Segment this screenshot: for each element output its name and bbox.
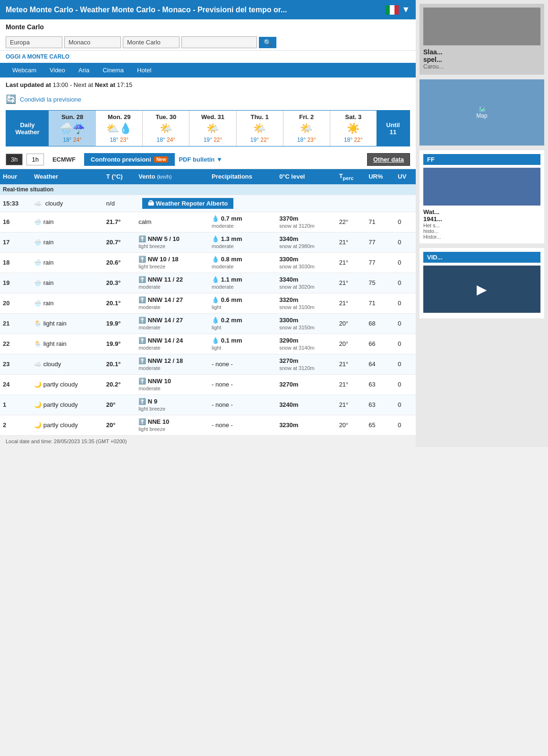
day-sun28[interactable]: Sun. 28 🌧️☔ 18° 24° bbox=[49, 111, 95, 146]
wind-compass-19: ⬆️ bbox=[138, 276, 146, 283]
wind-desc-1: light breeze bbox=[138, 406, 165, 412]
nav-hotel[interactable]: Hotel bbox=[130, 63, 158, 77]
zero-snow-20: snow at 3100m bbox=[279, 304, 315, 310]
tperc-18: 21° bbox=[336, 252, 366, 273]
ur-17: 77 bbox=[366, 232, 395, 252]
day-sun28-icon: 🌧️☔ bbox=[51, 122, 94, 135]
day-fri2[interactable]: Fri. 2 🌤️ 18° 23° bbox=[283, 111, 330, 146]
realtime-data-row: 15:33 ☁️ cloudy n/d 🏔 Weather Repoter Al… bbox=[0, 195, 416, 212]
rt-temp: n/d bbox=[103, 195, 136, 212]
uv-20: 0 bbox=[395, 293, 416, 313]
th-temp: T (°C) bbox=[103, 169, 136, 184]
hour-21: 21 bbox=[0, 313, 31, 334]
precip-18: 💧 0.8 mm moderate bbox=[209, 252, 276, 273]
table-row: 22 🌦️ light rain 19.9° ⬆️ NNW 14 / 24 mo… bbox=[0, 334, 416, 354]
wind-compass-1: ⬆️ bbox=[138, 398, 146, 405]
wind-23: ⬆️ NNW 12 / 18 moderate bbox=[136, 354, 209, 374]
wind-19: ⬆️ NNW 11 / 22 moderate bbox=[136, 273, 209, 293]
tperc-1: 21° bbox=[336, 395, 366, 415]
search-button[interactable]: 🔍 bbox=[259, 37, 276, 48]
nav-video[interactable]: Video bbox=[43, 63, 72, 77]
precip-val-19: 1.1 mm bbox=[221, 276, 242, 283]
wind-desc-20: moderate bbox=[138, 304, 160, 310]
btn-confronto[interactable]: Confronto previsioni New bbox=[84, 153, 175, 166]
btn-pdf[interactable]: PDF bulletin ▼ bbox=[179, 156, 222, 163]
day-sun28-name: Sun. 28 bbox=[51, 113, 94, 120]
day-mon29-icon: ⛅💧 bbox=[98, 122, 140, 135]
update-label: Last updated at bbox=[6, 81, 51, 88]
wind-val-18: NW 10 / 18 bbox=[148, 256, 179, 263]
flag-green bbox=[385, 5, 390, 15]
day-sat3[interactable]: Sat. 3 ☀️ 18° 22° bbox=[330, 111, 377, 146]
precip-24: - none - bbox=[209, 374, 276, 395]
weather-1: 🌙 partly cloudy bbox=[31, 395, 103, 415]
share-row[interactable]: 🔄 Condividi la previsione bbox=[0, 92, 416, 108]
uv-24: 0 bbox=[395, 374, 416, 395]
th-tperc: Tperc bbox=[336, 169, 366, 184]
day-sun28-high: 24° bbox=[73, 137, 82, 143]
ur-16: 71 bbox=[366, 212, 395, 232]
btn-ecmwf[interactable]: ECMWF bbox=[48, 154, 80, 165]
day-thu1-high: 22° bbox=[260, 137, 269, 143]
precip-16: 💧 0.7 mm moderate bbox=[209, 212, 276, 232]
temp-16: 21.7° bbox=[103, 212, 136, 232]
day-tue30[interactable]: Tue. 30 🌤️ 18° 24° bbox=[142, 111, 189, 146]
table-row: 1 🌙 partly cloudy 20° ⬆️ N 9 light breez… bbox=[0, 395, 416, 415]
day-wed31[interactable]: Wed. 31 🌤️ 19° 22° bbox=[189, 111, 236, 146]
tperc-23: 21° bbox=[336, 354, 366, 374]
btn-1h[interactable]: 1h bbox=[26, 154, 43, 165]
partly-cloudy-icon-2: 🌙 bbox=[34, 421, 42, 429]
weather-20: 🌧️ rain bbox=[31, 293, 103, 313]
search-input[interactable] bbox=[181, 36, 257, 48]
sidebar-ad-card: Slaa...spel... Carou... bbox=[420, 4, 544, 75]
zero-alt-24: 3270m bbox=[279, 381, 298, 388]
tperc-21: 20° bbox=[336, 313, 366, 334]
day-thu1[interactable]: Thu. 1 🌤️ 19° 22° bbox=[236, 111, 283, 146]
nav-tabs: Webcam Video Aria Cinema Hotel bbox=[0, 63, 416, 77]
precip-val-16: 0.7 mm bbox=[221, 215, 242, 222]
precip-icon-21: 💧 bbox=[212, 317, 219, 324]
tperc-22: 20° bbox=[336, 334, 366, 354]
wind-val-20: NNW 14 / 27 bbox=[148, 296, 183, 303]
breadcrumb-montecarlo[interactable] bbox=[123, 36, 180, 48]
update-separator: - Next at bbox=[70, 81, 95, 88]
breadcrumb-europa[interactable] bbox=[6, 36, 62, 48]
flag-area: ▼ bbox=[385, 5, 410, 15]
btn-3h[interactable]: 3h bbox=[6, 154, 23, 165]
temp-24: 20.2° bbox=[103, 374, 136, 395]
zero-1: 3240m bbox=[276, 395, 336, 415]
wind-desc-21: moderate bbox=[138, 325, 160, 330]
light-rain-icon-22: 🌦️ bbox=[34, 340, 42, 347]
btn-other-data[interactable]: Other data bbox=[367, 153, 410, 166]
nav-aria[interactable]: Aria bbox=[72, 63, 96, 77]
wind-compass-23: ⬆️ bbox=[138, 357, 146, 364]
weather-17: 🌧️ rain bbox=[31, 232, 103, 252]
zero-20: 3320m snow at 3100m bbox=[276, 293, 336, 313]
sidebar: Slaa...spel... Carou... 🗺️Map FF Wat...1… bbox=[416, 0, 548, 447]
wind-compass-21: ⬆️ bbox=[138, 317, 146, 324]
uv-2: 0 bbox=[395, 415, 416, 435]
nav-cinema[interactable]: Cinema bbox=[96, 63, 130, 77]
daily-weather-grid: DailyWeather Sun. 28 🌧️☔ 18° 24° Mon. 29… bbox=[6, 110, 410, 146]
update-time1: 13:00 bbox=[53, 81, 68, 88]
hour-19: 19 bbox=[0, 273, 31, 293]
uv-16: 0 bbox=[395, 212, 416, 232]
wind-22: ⬆️ NNW 14 / 24 moderate bbox=[136, 334, 209, 354]
sidebar-war-title: Wat...1941... bbox=[423, 208, 540, 223]
day-wed31-temps: 19° 22° bbox=[191, 137, 234, 143]
day-mon29[interactable]: Mon. 29 ⛅💧 18° 23° bbox=[95, 111, 142, 146]
wind-18: ⬆️ NW 10 / 18 light breeze bbox=[136, 252, 209, 273]
day-sat3-high: 22° bbox=[354, 137, 363, 143]
dropdown-arrow[interactable]: ▼ bbox=[402, 5, 410, 15]
day-wed31-high: 22° bbox=[214, 137, 222, 143]
weather-22: 🌦️ light rain bbox=[31, 334, 103, 354]
wind-val-19: NNW 11 / 22 bbox=[148, 276, 183, 283]
nav-webcam[interactable]: Webcam bbox=[6, 63, 43, 77]
breadcrumb-monaco[interactable] bbox=[64, 36, 121, 48]
rt-banner-cell: 🏔 Weather Repoter Alberto bbox=[136, 195, 416, 212]
precip-2: - none - bbox=[209, 415, 276, 435]
ur-23: 64 bbox=[366, 354, 395, 374]
wind-1: ⬆️ N 9 light breeze bbox=[136, 395, 209, 415]
precip-sub-19: moderate bbox=[212, 284, 233, 290]
temp-18: 20.6° bbox=[103, 252, 136, 273]
